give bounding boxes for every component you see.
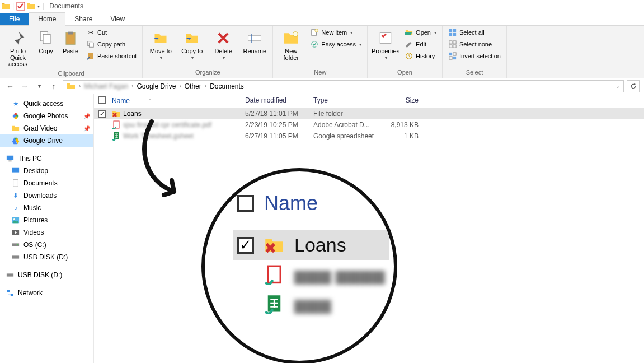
col-header-name[interactable]: Name ˄	[112, 96, 245, 105]
svg-rect-33	[8, 161, 11, 162]
nav-usb-d-2[interactable]: USB DISK (D:)	[0, 269, 93, 281]
cut-button[interactable]: ✂ Cut	[84, 27, 139, 38]
nav-desktop[interactable]: Desktop	[0, 165, 93, 177]
nav-downloads[interactable]: ⬇ Downloads	[0, 189, 93, 202]
tab-share[interactable]: Share	[65, 13, 101, 25]
copy-button[interactable]: Copy	[35, 27, 57, 57]
breadcrumb-root-icon[interactable]	[64, 82, 78, 91]
nav-quick-access[interactable]: ★ Quick access	[0, 97, 93, 110]
nav-music[interactable]: ♪ Music	[0, 202, 93, 214]
new-folder-icon	[282, 29, 300, 47]
group-label-organize: Organize	[146, 69, 269, 77]
svg-rect-44	[11, 294, 13, 296]
checkbox-icon	[16, 2, 25, 11]
paste-shortcut-button[interactable]: Paste shortcut	[84, 50, 139, 62]
ribbon-group-organize: Move to▾ Copy to▾ Delete▾ Rename	[143, 26, 273, 78]
nav-google-photos[interactable]: Google Photos 📌	[0, 110, 93, 122]
select-all-button[interactable]: Select all	[446, 27, 503, 38]
nav-up-button[interactable]: ↑	[48, 81, 59, 92]
copy-path-button[interactable]: Copy path	[84, 39, 139, 50]
delete-button[interactable]: Delete▾	[209, 27, 238, 63]
zoom-callout: Name ✓ Loans ▆▆▆ ▆▆▆▆ ▆▆▆	[201, 168, 397, 363]
ribbon: Pin to Quick access Copy Paste ✂ Cut	[0, 26, 644, 78]
nav-pictures[interactable]: Pictures	[0, 214, 93, 226]
breadcrumb-item-1[interactable]: Google Drive	[134, 82, 178, 90]
breadcrumb-item-0[interactable]: Michael Fagan	[82, 82, 130, 90]
nav-google-drive[interactable]: Google Drive	[0, 134, 93, 147]
folder-sync-error-icon	[112, 109, 121, 118]
move-to-button[interactable]: Move to▾	[146, 27, 175, 63]
svg-point-10	[293, 32, 298, 37]
nav-back-button[interactable]: ←	[4, 81, 16, 92]
breadcrumb-dropdown-icon[interactable]: ⌄	[613, 83, 622, 89]
svg-rect-16	[449, 29, 452, 32]
svg-point-37	[13, 218, 15, 220]
properties-button[interactable]: Properties▾	[371, 27, 400, 63]
breadcrumb[interactable]: › Michael Fagan › Google Drive › Other ›…	[63, 80, 624, 92]
file-row-loans[interactable]: ✓ Loans 5/27/18 11:01 PM File folder	[94, 108, 644, 119]
nav-pane: ★ Quick access Google Photos 📌 Grad Vide…	[0, 94, 94, 363]
col-header-date[interactable]: Date modified	[245, 96, 313, 105]
file-size: 8,913 KB	[379, 121, 419, 129]
easy-access-button[interactable]: Easy access▾	[308, 39, 364, 50]
rename-button[interactable]: Rename	[240, 27, 269, 57]
new-item-icon	[310, 28, 319, 37]
svg-rect-42	[7, 273, 13, 276]
ribbon-group-new: New folder New item▾ Easy access▾ New	[273, 26, 368, 78]
edit-button[interactable]: Edit	[402, 39, 439, 50]
nav-grad-video[interactable]: Grad Video 📌	[0, 122, 93, 134]
pin-to-quick-access-button[interactable]: Pin to Quick access	[3, 27, 32, 70]
file-date: 5/27/18 11:01 PM	[245, 110, 313, 118]
group-label-new: New	[276, 69, 364, 77]
col-header-checkbox[interactable]	[98, 96, 112, 105]
ribbon-group-clipboard: Pin to Quick access Copy Paste ✂ Cut	[0, 26, 143, 78]
copy-to-button[interactable]: Copy to▾	[177, 27, 206, 63]
col-header-size[interactable]: Size	[379, 96, 419, 105]
new-folder-button[interactable]: New folder	[276, 27, 305, 63]
svg-rect-23	[453, 45, 456, 48]
nav-documents[interactable]: Documents	[0, 177, 93, 189]
usb-icon	[11, 253, 20, 262]
col-header-type[interactable]: Type	[313, 96, 379, 105]
ribbon-group-select: Select all Select none Invert selection …	[443, 26, 507, 78]
videos-icon	[11, 228, 20, 237]
nav-usb-d-1[interactable]: USB DISK (D:)	[0, 251, 93, 263]
svg-rect-4	[68, 32, 73, 35]
history-button[interactable]: History	[402, 50, 439, 62]
nav-this-pc[interactable]: This PC	[0, 152, 93, 165]
paste-button[interactable]: Paste	[59, 27, 82, 57]
file-type: Adobe Acrobat D...	[313, 121, 379, 129]
this-pc-icon	[6, 154, 15, 163]
row-checkbox[interactable]: ✓	[98, 110, 106, 118]
invert-selection-icon	[448, 52, 457, 61]
nav-recent-button[interactable]: ▾	[34, 81, 45, 92]
svg-rect-20	[449, 41, 452, 44]
nav-network[interactable]: Network	[0, 287, 93, 299]
tab-file[interactable]: File	[0, 13, 29, 25]
move-to-icon	[152, 29, 170, 47]
breadcrumb-item-3[interactable]: Documents	[208, 82, 246, 90]
tab-view[interactable]: View	[101, 13, 134, 25]
new-item-button[interactable]: New item▾	[308, 27, 364, 38]
open-button[interactable]: Open▾	[402, 27, 439, 38]
pdf-sync-icon	[112, 120, 121, 129]
star-icon: ★	[11, 99, 20, 108]
copy-path-icon	[86, 40, 95, 49]
pin-icon	[9, 29, 27, 47]
paste-shortcut-icon	[86, 52, 95, 61]
easy-access-icon	[310, 40, 319, 49]
nav-forward-button[interactable]: →	[19, 81, 30, 92]
nav-os-c[interactable]: OS (C:)	[0, 239, 93, 251]
select-all-icon	[448, 28, 457, 37]
file-size: 1 KB	[379, 132, 419, 140]
column-headers: Name ˄ Date modified Type Size	[94, 94, 644, 108]
tab-home[interactable]: Home	[29, 12, 65, 26]
breadcrumb-item-2[interactable]: Other	[182, 82, 204, 90]
nav-videos[interactable]: Videos	[0, 226, 93, 239]
invert-selection-button[interactable]: Invert selection	[446, 50, 503, 62]
titlebar-dropdown-icon[interactable]: ▾	[37, 4, 40, 9]
cut-icon: ✂	[86, 28, 95, 37]
select-none-button[interactable]: Select none	[446, 39, 503, 50]
zoom-row-gsheet: ▆▆▆	[233, 290, 389, 319]
refresh-button[interactable]	[627, 80, 640, 92]
